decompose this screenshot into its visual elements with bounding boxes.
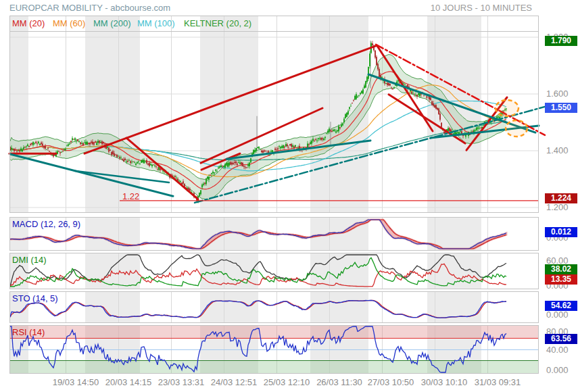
x-axis-label-2: 23/03 13:31 xyxy=(158,377,205,387)
price-badge-1: 1.550 xyxy=(545,103,577,113)
panel-label-sto: STO (14, 5) xyxy=(12,293,58,303)
dmi-badge-0: 38.02 xyxy=(545,264,577,274)
legend-item-3: MM (100) xyxy=(137,18,175,28)
legend-item-4: KELTNER (20, 2) xyxy=(184,18,251,28)
rsi-badge-0: 63.56 xyxy=(545,334,577,344)
dmi-badge-1: 13.35 xyxy=(545,274,577,285)
legend-item-0: MM (20) xyxy=(12,18,45,28)
timeframe-label: 10 JOURS - 10 MINUTES xyxy=(431,3,532,13)
price-tick-2: 1.400 xyxy=(546,146,569,155)
x-axis-label-5: 26/03 11:30 xyxy=(316,377,362,387)
price-tick-3: 1.200 xyxy=(546,203,569,212)
price-badge-2: 1.224 xyxy=(545,193,577,203)
x-axis-label-1: 20/03 14:15 xyxy=(105,377,152,387)
legend-item-1: MM (60) xyxy=(53,18,85,28)
panel-label-rsi: RSI (14) xyxy=(12,327,45,337)
rsi-tick-2: 0.000 xyxy=(546,366,569,375)
price-badge-0: 1.790 xyxy=(545,36,577,46)
rsi-tick-1: 40.00 xyxy=(546,345,569,355)
chart-overlay: EUROPCAR MOBILITY - abcbourse.com 10 JOU… xyxy=(0,0,578,392)
stock-chart-app: EUROPCAR MOBILITY - abcbourse.com 10 JOU… xyxy=(0,0,578,392)
panel-label-macd: MACD (12, 26, 9) xyxy=(12,219,80,229)
macd-badge-0: 0.012 xyxy=(545,227,577,237)
x-axis-label-0: 19/03 14:50 xyxy=(53,377,99,387)
x-axis-label-3: 24/03 12:51 xyxy=(211,377,258,387)
x-axis-label-4: 25/03 12:10 xyxy=(264,377,310,387)
sto-badge-0: 54.62 xyxy=(545,301,577,311)
price-tick-1: 1.600 xyxy=(546,89,569,99)
panel-label-dmi: DMI (14) xyxy=(12,255,47,265)
sto-tick-0: 0.000 xyxy=(546,310,569,320)
instrument-title: EUROPCAR MOBILITY - abcbourse.com xyxy=(9,3,170,13)
x-axis-label-8: 31/03 09:31 xyxy=(475,377,521,387)
legend-item-2: MM (200) xyxy=(93,18,131,28)
x-axis-label-7: 30/03 10:10 xyxy=(421,377,468,387)
x-axis-label-6: 27/03 10:50 xyxy=(368,377,414,387)
support-level-label: 1.22 xyxy=(122,191,139,201)
